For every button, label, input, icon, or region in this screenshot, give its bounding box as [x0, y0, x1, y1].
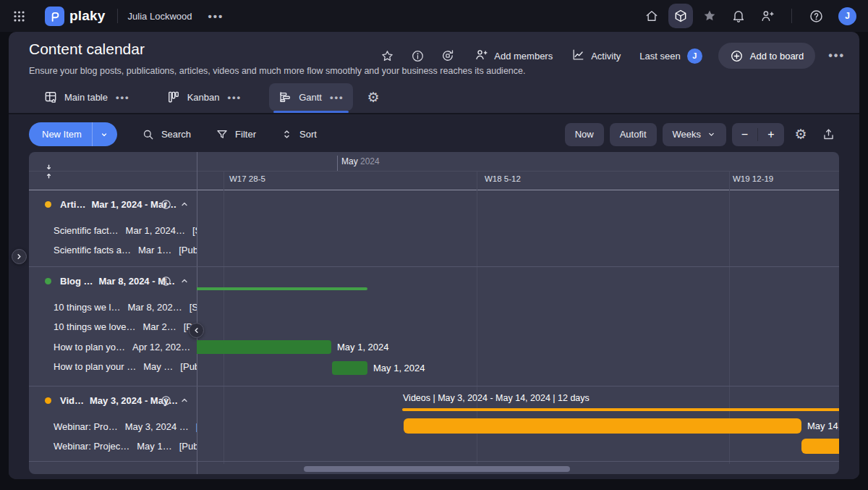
task-row[interactable]: 10 things we love…Mar 2…[Publi… [29, 319, 197, 335]
workspace-menu-button[interactable]: ••• [208, 10, 224, 22]
tasklist-chart-divider[interactable] [197, 152, 197, 474]
videos-task-bar-2[interactable] [801, 439, 839, 454]
group-header-row[interactable]: Arti…Mar 1, 2024 - Mar… [29, 196, 197, 212]
new-item-button[interactable]: New Item [29, 122, 117, 146]
collapse-group-icon[interactable] [179, 276, 190, 286]
last-seen-label: Last seen [639, 51, 680, 62]
group-name: Vid… [60, 395, 84, 406]
activity-label: Activity [591, 51, 621, 62]
videos-group-summary-bar[interactable] [402, 408, 839, 411]
sort-icon [281, 128, 293, 140]
task-row[interactable]: Scientific fact…Mar 1, 2024…[Sc… [29, 222, 197, 238]
task-dates: May 1… [137, 441, 171, 452]
board-header-actions: Add members Activity Last seen J Add to … [365, 43, 845, 69]
group-section-divider [29, 386, 839, 386]
blog-task-bar-2[interactable] [332, 361, 367, 375]
board-info-icon[interactable] [409, 48, 425, 64]
blog-task-bar-2-label: May 1, 2024 [373, 363, 425, 374]
autofit-button[interactable]: Autofit [610, 123, 657, 146]
now-button[interactable]: Now [565, 123, 604, 146]
month-tick [337, 156, 338, 171]
scale-select[interactable]: Weeks [663, 123, 727, 146]
group-color-dot [45, 397, 51, 404]
videos-group-summary-label: Videos | May 3, 2024 - May 14, 2024 | 12… [403, 393, 590, 403]
expand-sidebar-button[interactable] [12, 249, 27, 264]
plaky-logo-icon[interactable] [45, 7, 64, 26]
task-row[interactable]: 10 things we l…Mar 8, 202…[Sc… [29, 299, 197, 315]
zoom-in-button[interactable]: + [758, 128, 784, 141]
favorites-star-icon[interactable] [697, 4, 722, 28]
apps-grid-icon[interactable] [9, 6, 29, 26]
info-icon [161, 276, 171, 287]
task-dates: May … [143, 361, 173, 372]
gantt-view-controls: Now Autofit Weeks − + ⚙ [565, 123, 839, 146]
export-icon[interactable] [817, 124, 839, 145]
tab-main-table-menu[interactable]: ••• [116, 92, 130, 103]
gantt-toolbar: New Item Search Filter [29, 122, 839, 146]
last-seen-indicator: Last seen J [639, 48, 702, 64]
tab-gantt-menu[interactable]: ••• [330, 92, 344, 103]
search-button[interactable]: Search [142, 128, 191, 141]
task-dates: Mar 1… [138, 245, 171, 255]
week-header-w19: W19 12-19 [733, 174, 773, 183]
kanban-icon [166, 90, 181, 104]
activity-chart-icon [571, 48, 585, 64]
notifications-bell-button[interactable] [726, 4, 751, 28]
divider [117, 9, 118, 23]
views-settings-gear-icon[interactable]: ⚙ [367, 89, 380, 106]
add-members-icon [475, 48, 488, 64]
task-status: [Publi… [180, 361, 197, 372]
user-avatar[interactable]: J [838, 7, 856, 25]
add-members-button[interactable]: Add members [475, 48, 553, 64]
collapse-rows-icon[interactable] [43, 164, 54, 182]
task-row[interactable]: Webinar: Pro…May 3, 2024 …[Sc… [29, 418, 197, 434]
now-label: Now [575, 129, 594, 140]
activity-button[interactable]: Activity [571, 48, 621, 64]
plaky-app-window: plaky Julia Lockwood ••• J [0, 0, 868, 490]
boards-cube-button[interactable] [668, 4, 693, 28]
gantt-settings-gear-icon[interactable]: ⚙ [790, 124, 812, 145]
sort-button[interactable]: Sort [281, 128, 317, 140]
last-seen-avatar[interactable]: J [687, 48, 702, 64]
videos-task-bar-1[interactable] [404, 418, 801, 434]
week-header-w18: W18 5-12 [485, 174, 521, 183]
blog-task-bar-1-label: May 1, 2024 [337, 342, 389, 353]
task-dates: Mar 8, 202… [128, 302, 182, 313]
blog-group-summary-bar[interactable] [197, 287, 367, 290]
help-button[interactable] [804, 4, 828, 28]
tab-gantt[interactable]: Gantt ••• [269, 83, 352, 111]
board-menu-button[interactable]: ••• [828, 49, 845, 62]
collapse-group-icon[interactable] [179, 395, 190, 405]
favorite-board-star-icon[interactable] [379, 48, 395, 64]
tab-kanban[interactable]: Kanban ••• [158, 83, 250, 111]
task-row[interactable]: Scientific facts a…Mar 1…[Publis… [29, 242, 197, 258]
collapse-tasklist-button[interactable] [189, 323, 204, 338]
tab-main-table[interactable]: Main table ••• [35, 83, 139, 111]
tab-kanban-menu[interactable]: ••• [227, 92, 242, 103]
task-row[interactable]: How to plan yo…Apr 12, 202…[Sc… [29, 339, 197, 355]
blog-task-bar-1[interactable] [197, 340, 331, 354]
gridline [224, 171, 224, 464]
divider [29, 171, 839, 172]
filter-button[interactable]: Filter [216, 128, 256, 141]
group-color-dot [45, 278, 51, 284]
workspace-name[interactable]: Julia Lockwood [128, 11, 192, 22]
invite-member-button[interactable] [755, 4, 780, 28]
collapse-group-icon[interactable] [179, 199, 190, 209]
add-to-board-button[interactable]: Add to board [718, 43, 815, 69]
group-header-row[interactable]: Blog …Mar 8, 2024 - M… [29, 273, 197, 289]
integrations-sync-icon[interactable] [440, 48, 456, 64]
board-card: Content calendar Ensure your blog posts,… [9, 32, 859, 479]
home-button[interactable] [639, 4, 664, 28]
task-row[interactable]: Webinar: Projec…May 1…[Publis… [29, 439, 197, 455]
group-header-row[interactable]: Vid…May 3, 2024 - May… [29, 392, 197, 408]
horizontal-scrollbar-thumb[interactable] [304, 466, 570, 472]
topbar-actions: J [639, 4, 868, 28]
task-row[interactable]: How to plan your …May …[Publi… [29, 359, 197, 375]
divider [9, 113, 859, 114]
info-icon [161, 395, 171, 406]
new-item-dropdown-caret[interactable] [92, 122, 117, 146]
zoom-out-button[interactable]: − [732, 128, 758, 141]
task-dates: Mar 2… [142, 321, 176, 332]
view-tabs: Main table ••• Kanban ••• Gantt ••• ⚙ [35, 83, 380, 111]
